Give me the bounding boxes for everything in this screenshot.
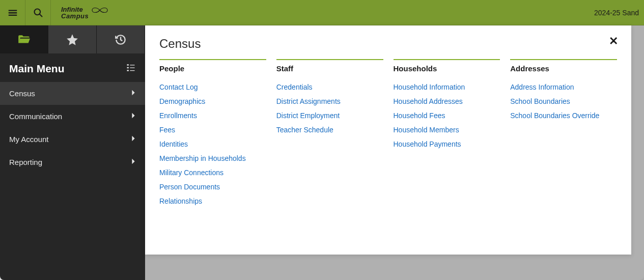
nav-link[interactable]: Household Fees [394,111,445,120]
nav-link[interactable]: Person Documents [159,183,220,191]
tree-icon [126,63,136,73]
nav-link[interactable]: Household Payments [394,140,461,148]
nav-link[interactable]: School Boundaries [510,97,570,105]
sidebar-tabs [0,25,145,53]
tab-favorites[interactable] [48,25,97,53]
list-item: School Boundaries [510,94,617,108]
column: AddressesAddress InformationSchool Bound… [510,59,617,208]
chevron-right-icon [131,89,136,98]
column-header: Staff [276,59,383,77]
chevron-right-icon [131,112,136,121]
sidebar: Main Menu Census Communication [0,25,145,280]
nav-link[interactable]: Household Members [394,126,459,134]
search-button[interactable] [25,0,51,25]
nav-link[interactable]: Contact Log [159,83,198,91]
column-header: Households [394,59,500,77]
folder-open-icon [17,33,31,46]
list-item: Household Fees [394,108,500,123]
list-item: Household Addresses [394,94,500,108]
chevron-right-icon [131,135,136,144]
sidebar-item-communication[interactable]: Communication [0,105,145,128]
column: PeopleContact LogDemographicsEnrollments… [159,59,266,208]
list-item: District Employment [276,108,383,123]
list-item: Teacher Schedule [276,123,383,137]
infinity-icon [90,6,110,15]
main-menu-title: Main Menu [9,63,65,75]
close-icon: ✕ [609,35,618,47]
list-item: Military Connections [159,165,266,180]
list-item: Membership in Households [159,151,266,165]
context-label: 2024-25 Sand [594,9,639,17]
columns-container: PeopleContact LogDemographicsEnrollments… [159,59,617,208]
list-item: School Boundaries Override [510,108,617,123]
column-header: People [159,59,266,77]
sidebar-item-label: Communication [9,112,62,121]
nav-link[interactable]: Military Connections [159,169,223,177]
nav-link[interactable]: District Employment [276,111,340,120]
nav-link[interactable]: Fees [159,126,175,134]
search-icon [33,8,43,18]
list-item: District Assignments [276,94,383,108]
sidebar-item-label: Reporting [9,158,42,166]
panel-title: Census [159,37,617,51]
column-links: Address InformationSchool BoundariesScho… [510,80,617,123]
hamburger-button[interactable] [0,0,25,25]
list-item: Address Information [510,80,617,94]
content-panel: ✕ Census PeopleContact LogDemographicsEn… [145,25,631,255]
list-item: Demographics [159,94,266,108]
list-item: Household Members [394,123,500,137]
star-icon [66,33,79,46]
nav-link[interactable]: Address Information [510,83,574,91]
nav-link[interactable]: Membership in Households [159,154,246,162]
logo-text-bottom: Campus [61,13,89,19]
column-links: CredentialsDistrict AssignmentsDistrict … [276,80,383,137]
column-links: Contact LogDemographicsEnrollmentsFeesId… [159,80,266,208]
list-item: Credentials [276,80,383,94]
close-button[interactable]: ✕ [609,36,618,47]
app-window: Infinite Campus 2024-25 Sand [0,0,644,280]
nav-link[interactable]: District Assignments [276,97,341,105]
column: HouseholdsHousehold InformationHousehold… [394,59,500,208]
list-item: Person Documents [159,180,266,194]
tab-folder[interactable] [0,25,48,53]
nav-link[interactable]: Credentials [276,83,313,91]
nav-link[interactable]: Relationships [159,197,202,205]
list-item: Relationships [159,194,266,208]
nav-link[interactable]: Enrollments [159,111,197,120]
list-item: Identities [159,137,266,151]
list-item: Enrollments [159,108,266,123]
nav-link[interactable]: Teacher Schedule [276,126,333,134]
history-icon [114,33,127,46]
nav-link[interactable]: Household Information [394,83,465,91]
column-links: Household InformationHousehold Addresses… [394,80,500,151]
tab-history[interactable] [97,25,145,53]
main-menu-header: Main Menu [0,53,145,82]
logo-text-top: Infinite [61,6,89,13]
sidebar-item-census[interactable]: Census [0,82,145,105]
hamburger-icon [7,7,18,18]
nav-link[interactable]: Demographics [159,97,205,105]
top-bar: Infinite Campus 2024-25 Sand [0,0,644,25]
list-item: Contact Log [159,80,266,94]
sidebar-item-reporting[interactable]: Reporting [0,151,145,174]
svg-line-1 [39,14,42,16]
column-header: Addresses [510,59,617,77]
menu-items: Census Communication My Account Reportin… [0,82,145,174]
column: StaffCredentialsDistrict AssignmentsDist… [276,59,383,208]
sidebar-item-my-account[interactable]: My Account [0,128,145,151]
chevron-right-icon [131,158,136,166]
sidebar-item-label: My Account [9,135,49,144]
nav-link[interactable]: School Boundaries Override [510,111,599,120]
nav-link[interactable]: Household Addresses [394,97,463,105]
app-logo: Infinite Campus [61,6,110,20]
list-item: Household Payments [394,137,500,151]
sidebar-item-label: Census [9,89,35,98]
nav-link[interactable]: Identities [159,140,188,148]
list-item: Fees [159,123,266,137]
tree-toggle-button[interactable] [126,63,136,75]
list-item: Household Information [394,80,500,94]
